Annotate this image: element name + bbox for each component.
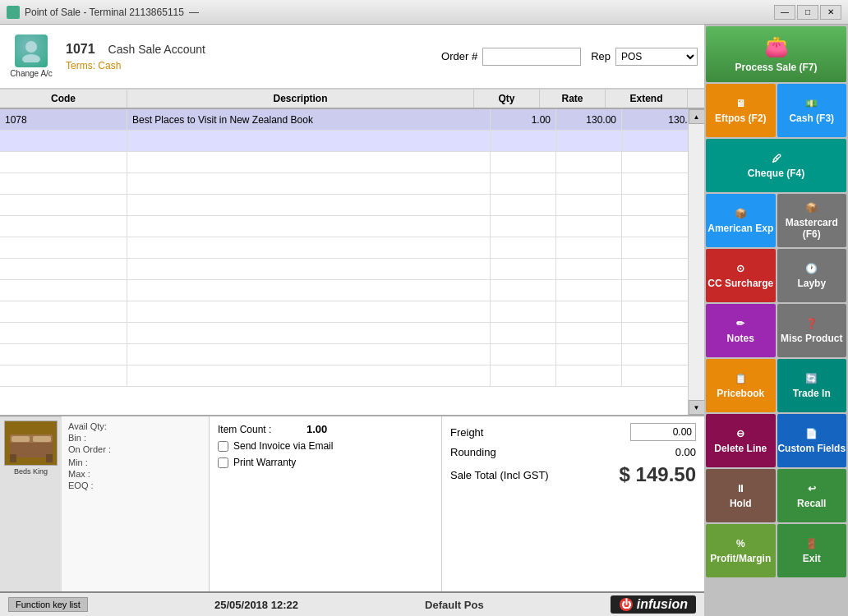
infusion-icon: ⏻ <box>619 597 634 612</box>
cc-label: CC Surcharge <box>707 278 773 289</box>
function-key-list-button[interactable]: Function key list <box>8 597 88 612</box>
custom-fields-button[interactable]: 📄 Custom Fields <box>777 414 847 467</box>
send-invoice-checkbox[interactable] <box>218 441 228 452</box>
misc-product-button[interactable]: ❓ Misc Product <box>777 304 847 357</box>
svg-text:⏻: ⏻ <box>621 598 631 610</box>
order-section: Order # <box>441 48 581 66</box>
cc-icon: ⊙ <box>736 263 744 274</box>
main-container: Change A/c 1071 Cash Sale Account Terms:… <box>0 25 848 616</box>
american-exp-button[interactable]: 📦 American Exp <box>706 194 776 247</box>
empty-rows <box>0 152 704 387</box>
close-button[interactable]: ✕ <box>820 5 841 20</box>
pricebook-icon: 📋 <box>735 373 747 384</box>
empty-row <box>0 301 704 323</box>
eftpos-label: Eftpos (F2) <box>715 113 767 124</box>
thumbnail-label: Beds King <box>14 467 48 476</box>
table-row[interactable] <box>0 131 704 152</box>
minimize-button[interactable]: — <box>774 5 795 20</box>
send-invoice-label: Send Invoice via Email <box>233 440 333 452</box>
cheque-button[interactable]: 🖊 Cheque (F4) <box>706 139 846 192</box>
pricebook-label: Pricebook <box>717 388 764 399</box>
cash-button[interactable]: 💵 Cash (F3) <box>777 84 847 137</box>
order-details: Item Count : 1.00 Send Invoice via Email… <box>210 416 441 591</box>
status-bar: Function key list 25/05/2018 12:22 Defau… <box>0 591 704 616</box>
profit-margin-button[interactable]: % Profit/Margin <box>706 524 776 577</box>
cc-surcharge-button[interactable]: ⊙ CC Surcharge <box>706 249 776 302</box>
avail-qty-row: Avail Qty: <box>68 421 202 431</box>
scroll-down-button[interactable]: ▼ <box>689 400 705 415</box>
print-warranty-checkbox[interactable] <box>218 457 228 468</box>
notes-icon: ✏ <box>736 318 744 329</box>
sale-total-label: Sale Total (Incl GST) <box>450 469 549 481</box>
scroll-track <box>689 124 704 400</box>
svg-point-0 <box>25 41 37 53</box>
hold-button[interactable]: ⏸ Hold <box>706 469 776 522</box>
min-row: Min : <box>68 457 202 467</box>
cell-description: Best Places to Visit in New Zealand Book <box>127 109 491 130</box>
account-bar: Change A/c 1071 Cash Sale Account Terms:… <box>0 25 704 89</box>
svg-rect-3 <box>10 454 16 462</box>
pricebook-button[interactable]: 📋 Pricebook <box>706 359 776 412</box>
infusion-logo: ⏻ infusion <box>611 595 696 614</box>
rounding-value: 0.00 <box>630 446 696 458</box>
col-header-qty: Qty <box>474 90 540 108</box>
svg-rect-6 <box>12 436 30 442</box>
tradein-label: Trade In <box>793 388 831 399</box>
table-header: Code Description Qty Rate Extend <box>0 90 704 109</box>
process-sale-button[interactable]: 👛 Process Sale (F7) <box>706 26 846 82</box>
custom-icon: 📄 <box>805 428 818 439</box>
cell-qty-2 <box>491 131 556 151</box>
freight-row: Freight <box>450 423 696 441</box>
layby-button[interactable]: 🕐 Layby <box>777 249 847 302</box>
rep-section: Rep POS <box>591 48 698 66</box>
mastercard-button[interactable]: 📦 Mastercard (F6) <box>777 194 847 247</box>
rep-select[interactable]: POS <box>615 48 698 66</box>
eftpos-button[interactable]: 🖥 Eftpos (F2) <box>706 84 776 137</box>
maximize-button[interactable]: □ <box>797 5 818 20</box>
order-label: Order # <box>441 50 477 62</box>
max-row: Max : <box>68 469 202 479</box>
freight-input[interactable] <box>630 423 696 441</box>
status-pos: Default Pos <box>425 599 484 611</box>
pricebook-tradein-row: 📋 Pricebook 🔄 Trade In <box>706 359 846 412</box>
eoq-row: EOQ : <box>68 480 202 490</box>
change-account-button[interactable]: Change A/c <box>7 34 56 78</box>
title-bar: Point of Sale - Terminal 2113865115 — — … <box>0 0 848 25</box>
custom-label: Custom Fields <box>777 443 846 454</box>
left-panel: Change A/c 1071 Cash Sale Account Terms:… <box>0 25 704 616</box>
empty-row <box>0 152 704 173</box>
delete-line-button[interactable]: ⊖ Delete Line <box>706 414 776 467</box>
trade-in-button[interactable]: 🔄 Trade In <box>777 359 847 412</box>
empty-row <box>0 216 704 237</box>
window-controls[interactable]: — □ ✕ <box>774 5 841 20</box>
window-title: Point of Sale - Terminal 2113865115 <box>25 7 184 18</box>
notes-button[interactable]: ✏ Notes <box>706 304 776 357</box>
cell-rate-2 <box>556 131 622 151</box>
scrollbar[interactable]: ▲ ▼ <box>688 109 704 415</box>
exit-label: Exit <box>803 553 821 564</box>
rep-label: Rep <box>591 50 611 62</box>
freight-label: Freight <box>450 426 483 439</box>
eftpos-cash-row: 🖥 Eftpos (F2) 💵 Cash (F3) <box>706 84 846 137</box>
scroll-up-button[interactable]: ▲ <box>689 109 705 124</box>
account-terms: Terms: Cash <box>66 60 431 71</box>
empty-row <box>0 237 704 259</box>
table-row[interactable]: 1078 Best Places to Visit in New Zealand… <box>0 109 704 131</box>
item-count-row: Item Count : 1.00 <box>218 423 433 435</box>
cc-layby-row: ⊙ CC Surcharge 🕐 Layby <box>706 249 846 302</box>
rounding-label: Rounding <box>450 446 496 458</box>
exit-button[interactable]: 🚪 Exit <box>777 524 847 577</box>
rounding-row: Rounding 0.00 <box>450 446 696 458</box>
table-body: 1078 Best Places to Visit in New Zealand… <box>0 109 704 415</box>
profit-icon: % <box>736 538 745 549</box>
stock-info: Avail Qty: Bin : On Order : Min : Max : … <box>62 416 210 591</box>
order-input[interactable] <box>482 48 581 66</box>
item-count-label: Item Count : <box>218 424 300 435</box>
account-svg <box>20 39 43 62</box>
totals-panel: Freight Rounding 0.00 Sale Total (Incl G… <box>441 416 704 591</box>
cheque-label: Cheque (F4) <box>748 168 804 179</box>
bed-svg <box>7 423 56 464</box>
recall-button[interactable]: ↩ Recall <box>777 469 847 522</box>
misc-icon: ❓ <box>805 318 818 329</box>
amex-icon: 📦 <box>735 208 747 219</box>
